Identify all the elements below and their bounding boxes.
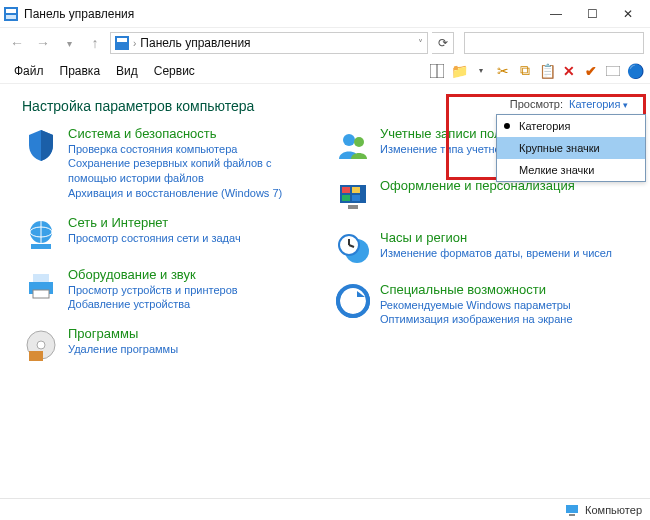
svg-rect-25 <box>348 205 358 209</box>
svg-rect-24 <box>352 195 360 201</box>
security-link-restore[interactable]: Архивация и восстановление (Windows 7) <box>68 186 316 201</box>
network-link-status[interactable]: Просмотр состояния сети и задач <box>68 231 241 246</box>
svg-rect-1 <box>6 9 16 13</box>
back-button[interactable]: ← <box>6 32 28 54</box>
category-security-link[interactable]: Система и безопасность <box>68 126 316 142</box>
select-all-icon[interactable] <box>604 62 622 80</box>
address-text: Панель управления <box>140 36 250 50</box>
paste-icon[interactable]: 📋 <box>538 62 556 80</box>
category-programs-link[interactable]: Программы <box>68 326 178 342</box>
dropdown-option-label: Мелкие значки <box>519 164 594 176</box>
accounts-link-type[interactable]: Изменение типа учетной з <box>380 142 515 157</box>
ease-icon <box>334 282 372 320</box>
security-link-backup[interactable]: Сохранение резервных копий файлов с помо… <box>68 156 316 186</box>
category-ease: Специальные возможности Рекомендуемые Wi… <box>334 282 628 327</box>
svg-rect-11 <box>31 244 51 249</box>
svg-point-16 <box>37 341 45 349</box>
svg-rect-32 <box>566 505 578 513</box>
control-panel-icon <box>4 7 18 21</box>
globe-network-icon <box>22 215 60 253</box>
up-button[interactable]: ↑ <box>84 32 106 54</box>
menu-bar: Файл Правка Вид Сервис 📁 ▾ ✂ ⧉ 📋 ✕ ✔ 🔵 <box>0 58 650 84</box>
svg-rect-17 <box>29 351 43 361</box>
category-clock: Часы и регион Изменение форматов даты, в… <box>334 230 628 268</box>
category-appearance: Оформление и персонализация <box>334 178 628 216</box>
folder-icon[interactable]: 📁 <box>450 62 468 80</box>
chevron-down-icon[interactable]: ˅ <box>418 38 423 49</box>
chevron-right-icon: › <box>133 38 136 49</box>
window-title: Панель управления <box>24 7 134 21</box>
minimize-button[interactable]: — <box>538 0 574 28</box>
forward-button[interactable]: → <box>32 32 54 54</box>
maximize-button[interactable]: ☐ <box>574 0 610 28</box>
dropdown-option-small-icons[interactable]: Мелкие значки <box>497 159 645 181</box>
scissors-icon[interactable]: ✂ <box>494 62 512 80</box>
content-area: Настройка параметров компьютера Просмотр… <box>0 84 650 378</box>
svg-point-19 <box>354 137 364 147</box>
view-by-label: Просмотр: <box>510 98 563 110</box>
ease-link-recommend[interactable]: Рекомендуемые Windows параметры <box>380 298 573 313</box>
globe-icon[interactable]: 🔵 <box>626 62 644 80</box>
shield-icon <box>22 126 60 164</box>
category-accounts-link[interactable]: Учетные записи поль <box>380 126 515 142</box>
dropdown-option-label: Крупные значки <box>519 142 600 154</box>
ease-link-display[interactable]: Оптимизация изображения на экране <box>380 312 573 327</box>
svg-point-18 <box>343 134 355 146</box>
disc-icon <box>22 326 60 364</box>
view-by-selector[interactable]: Категория <box>569 98 628 110</box>
svg-rect-23 <box>342 195 350 201</box>
status-bar: Компьютер <box>0 498 650 520</box>
svg-rect-33 <box>569 514 575 516</box>
recent-locations-button[interactable]: ▾ <box>58 32 80 54</box>
chevron-down-icon[interactable]: ▾ <box>472 62 490 80</box>
bullet-icon <box>504 123 510 129</box>
control-panel-icon <box>115 36 129 50</box>
category-ease-link[interactable]: Специальные возможности <box>380 282 573 298</box>
delete-icon[interactable]: ✕ <box>560 62 578 80</box>
category-column-left: Система и безопасность Проверка состояни… <box>22 126 316 364</box>
menu-view[interactable]: Вид <box>108 62 146 80</box>
view-by-dropdown: Категория Крупные значки Мелкие значки <box>496 114 646 182</box>
computer-icon <box>565 503 579 517</box>
view-by-row: Просмотр: Категория <box>510 98 628 110</box>
clock-link-formats[interactable]: Изменение форматов даты, времени и чисел <box>380 246 612 261</box>
category-network-link[interactable]: Сеть и Интернет <box>68 215 241 231</box>
dropdown-option-category[interactable]: Категория <box>497 115 645 137</box>
category-clock-link[interactable]: Часы и регион <box>380 230 612 246</box>
check-icon[interactable]: ✔ <box>582 62 600 80</box>
svg-rect-13 <box>33 274 49 282</box>
security-link-status[interactable]: Проверка состояния компьютера <box>68 142 316 157</box>
svg-point-31 <box>335 283 371 319</box>
svg-rect-4 <box>117 38 127 42</box>
clock-globe-icon <box>334 230 372 268</box>
menu-tools[interactable]: Сервис <box>146 62 203 80</box>
programs-link-uninstall[interactable]: Удаление программы <box>68 342 178 357</box>
svg-rect-22 <box>352 187 360 193</box>
category-network: Сеть и Интернет Просмотр состояния сети … <box>22 215 316 253</box>
category-hardware-link[interactable]: Оборудование и звук <box>68 267 238 283</box>
svg-rect-14 <box>33 290 49 298</box>
dropdown-option-large-icons[interactable]: Крупные значки <box>497 137 645 159</box>
address-bar: ← → ▾ ↑ › Панель управления ˅ ⟳ <box>0 28 650 58</box>
svg-rect-7 <box>606 66 620 76</box>
search-input[interactable] <box>464 32 644 54</box>
close-button[interactable]: ✕ <box>610 0 646 28</box>
users-icon <box>334 126 372 164</box>
menu-edit[interactable]: Правка <box>52 62 109 80</box>
category-programs: Программы Удаление программы <box>22 326 316 364</box>
refresh-button[interactable]: ⟳ <box>432 32 454 54</box>
status-text: Компьютер <box>585 504 642 516</box>
hardware-link-add[interactable]: Добавление устройства <box>68 297 238 312</box>
window-controls: — ☐ ✕ <box>538 0 646 28</box>
category-hardware: Оборудование и звук Просмотр устройств и… <box>22 267 316 312</box>
hardware-link-devices[interactable]: Просмотр устройств и принтеров <box>68 283 238 298</box>
copy-icon[interactable]: ⧉ <box>516 62 534 80</box>
address-box[interactable]: › Панель управления ˅ <box>110 32 428 54</box>
panes-icon[interactable] <box>428 62 446 80</box>
menu-file[interactable]: Файл <box>6 62 52 80</box>
dropdown-option-label: Категория <box>519 120 570 132</box>
svg-rect-21 <box>342 187 350 193</box>
svg-rect-2 <box>6 15 16 19</box>
printer-icon <box>22 267 60 305</box>
toolbar: 📁 ▾ ✂ ⧉ 📋 ✕ ✔ 🔵 <box>428 62 644 80</box>
